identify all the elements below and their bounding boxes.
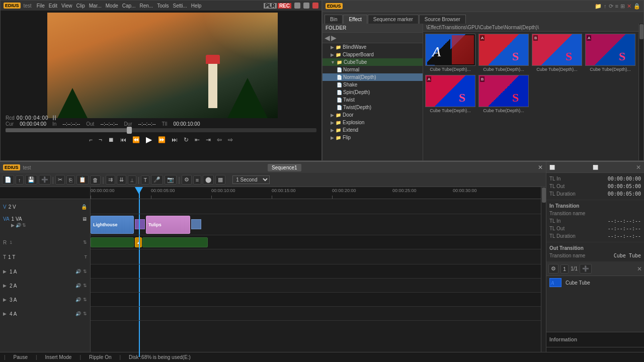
tl-output-btn[interactable]: ▦ bbox=[215, 175, 225, 185]
folder-item-twist-depth[interactable]: 📄 Twist(Depth) bbox=[323, 104, 423, 111]
effects-scrollbar[interactable] bbox=[638, 24, 643, 160]
track-mute-4a[interactable]: 🔊 bbox=[75, 311, 81, 316]
track-arrows-1a[interactable]: ⇅ bbox=[83, 269, 87, 274]
track-monitor-1va[interactable]: 🖥 bbox=[82, 216, 87, 222]
menu-mode[interactable]: Mode bbox=[106, 3, 118, 9]
tab-sequence-marker[interactable]: Sequence marker bbox=[368, 15, 419, 24]
menu-help[interactable]: Help bbox=[191, 3, 202, 9]
folder-item-flip[interactable]: ▶ 📁 Flip bbox=[323, 134, 423, 141]
track-mute-1a[interactable]: 🔊 bbox=[75, 269, 81, 274]
tl-split-btn[interactable]: ⟂ bbox=[128, 175, 136, 185]
tl-paste-btn[interactable]: 📋 bbox=[76, 175, 89, 185]
lock-icon-2v[interactable]: 🔒 bbox=[81, 204, 87, 210]
menu-tools[interactable]: Tools bbox=[157, 3, 169, 9]
clip-thumb1[interactable] bbox=[135, 219, 145, 229]
track-expand-2a[interactable]: ▶ bbox=[3, 283, 7, 288]
menu-view[interactable]: View bbox=[61, 3, 72, 9]
rewind-button[interactable]: ⏮ bbox=[119, 135, 127, 144]
menu-clip[interactable]: Clip bbox=[76, 3, 85, 9]
track-arrows-3a[interactable]: ⇅ bbox=[83, 297, 87, 302]
tl-normalize-btn[interactable]: ⚙ bbox=[182, 175, 192, 185]
prev-mark-button[interactable]: ⇤ bbox=[194, 135, 201, 144]
effects-scrollbar-thumb[interactable] bbox=[639, 24, 643, 39]
tl-mix-btn[interactable]: ≡ bbox=[193, 175, 201, 185]
folder-icon-toolbar[interactable]: 📁 bbox=[595, 3, 602, 10]
preview-menu[interactable]: File Edit View Clip Mar... Mode Cap... R… bbox=[37, 3, 202, 9]
folder-item-shake[interactable]: 📄 Shake bbox=[323, 81, 423, 88]
loop-button[interactable]: ↻ bbox=[183, 135, 190, 144]
track-arrows-4a[interactable]: ⇅ bbox=[83, 311, 87, 316]
clip-thumb2[interactable] bbox=[191, 219, 201, 229]
folder-item-spin[interactable]: 📄 Spin(Depth) bbox=[323, 88, 423, 96]
folder-item-blindwave[interactable]: ▶ 📁 BlindWave bbox=[323, 43, 423, 51]
scrubber[interactable] bbox=[6, 128, 316, 132]
tl-new-btn[interactable]: 📄 bbox=[2, 175, 14, 185]
effects-toolbar-btn2[interactable]: ⊞ bbox=[620, 3, 625, 10]
refresh-toolbar[interactable]: ⟳ bbox=[609, 3, 613, 10]
timeline-scrollbar-v[interactable] bbox=[541, 187, 546, 357]
track-mute-3a[interactable]: 🔊 bbox=[75, 297, 81, 302]
track-t-btn[interactable]: T bbox=[85, 254, 88, 259]
menu-ren[interactable]: Ren... bbox=[139, 3, 153, 9]
folder-item-twist[interactable]: 📄 Twist bbox=[323, 96, 423, 104]
effects-lock-btn[interactable]: 🔒 bbox=[633, 3, 640, 10]
tl-color-btn[interactable]: ⬤ bbox=[203, 175, 214, 185]
effect-thumb-1[interactable]: A Cube Tube(Depth)... bbox=[425, 34, 475, 72]
stop-button[interactable]: ⏹ bbox=[107, 135, 115, 144]
tl-add-btn[interactable]: ➕ bbox=[39, 175, 51, 185]
folder-item-extend[interactable]: ▶ 📁 Extend bbox=[323, 126, 423, 134]
folder-item-explosion[interactable]: ▶ 📁 Explosion bbox=[323, 119, 423, 126]
scale-select[interactable]: 1 Second 5 Seconds bbox=[232, 175, 270, 184]
prev-edit-button[interactable]: ⇦ bbox=[216, 135, 223, 144]
effect-thumb-6[interactable]: B S Cube Tube(Depth)... bbox=[478, 75, 529, 113]
info-settings-btn[interactable]: ⚙ bbox=[548, 264, 558, 274]
minimize-button[interactable] bbox=[294, 3, 300, 9]
menu-cap[interactable]: Cap... bbox=[122, 3, 136, 9]
track-mute-2a[interactable]: 🔊 bbox=[75, 283, 81, 288]
playhead-arrow[interactable] bbox=[135, 187, 143, 194]
info-panel-close-button[interactable]: ✕ bbox=[636, 164, 641, 171]
tl-cut-btn[interactable]: ✂ bbox=[55, 175, 65, 185]
tab-bin[interactable]: Bin bbox=[325, 15, 343, 24]
fast-forward-button[interactable]: ⏭ bbox=[171, 135, 179, 144]
effect-thumb-5[interactable]: A S Cube Tube(Depth)... bbox=[425, 75, 475, 113]
effect-thumb-2[interactable]: A S Cube Tube(Depth)... bbox=[478, 34, 529, 72]
next-mark-button[interactable]: ⇥ bbox=[205, 135, 212, 144]
folder-nav-right[interactable]: ▶ bbox=[331, 34, 337, 42]
tl-text-btn[interactable]: T bbox=[141, 175, 149, 185]
pause-button[interactable]: ⏸ bbox=[51, 114, 58, 122]
timeline-scrollbar-thumb[interactable] bbox=[542, 188, 546, 203]
tl-delete-btn[interactable]: 🗑 bbox=[90, 175, 101, 185]
menu-settings[interactable]: Setti... bbox=[173, 3, 187, 9]
effects-toolbar-btn1[interactable]: ≡ bbox=[615, 3, 618, 9]
step-forward-button[interactable]: ⏩ bbox=[157, 135, 167, 144]
tab-effect[interactable]: Effect bbox=[343, 15, 367, 24]
effects-close-btn[interactable]: ✕ bbox=[627, 3, 631, 10]
info-add-btn[interactable]: ➕ bbox=[580, 264, 592, 274]
info-num-btn[interactable]: 1 bbox=[560, 264, 569, 274]
track-expand-4a[interactable]: ▶ bbox=[3, 311, 7, 316]
track-arrows-2a[interactable]: ⇅ bbox=[83, 283, 87, 288]
effect-thumb-3[interactable]: B S Cube Tube(Depth)... bbox=[532, 34, 582, 72]
folder-item-door[interactable]: ▶ 📁 Door bbox=[323, 111, 423, 119]
play-button[interactable]: ▶ bbox=[145, 134, 153, 145]
effect-thumb-4[interactable]: A S Cube Tube(Depth)... bbox=[585, 34, 635, 72]
folder-item-cubetube[interactable]: ▼ 📁 CubeTube bbox=[323, 58, 423, 66]
tl-mic-btn[interactable]: 🎤 bbox=[151, 175, 163, 185]
track-expand-3a[interactable]: ▶ bbox=[3, 297, 7, 302]
next-edit-button[interactable]: ⇨ bbox=[227, 135, 234, 144]
mark-in-button[interactable]: ⌐ bbox=[88, 135, 94, 144]
timeline-close-button[interactable]: ✕ bbox=[538, 164, 543, 171]
track-r-arrows[interactable]: ⇅ bbox=[83, 240, 87, 245]
tl-open-btn[interactable]: ↑ bbox=[16, 175, 24, 185]
folder-item-clapperboard[interactable]: ▶ 📁 ClapperBoard bbox=[323, 51, 423, 58]
track-arrows-1va[interactable]: ⇅ bbox=[22, 223, 26, 228]
folder-item-normal-depth[interactable]: 📄 Normal(Depth) bbox=[323, 73, 423, 81]
tl-cam-btn[interactable]: 📷 bbox=[165, 175, 177, 185]
track-expand-1va[interactable]: ▶ bbox=[11, 223, 15, 228]
folder-nav-left[interactable]: ◀ bbox=[325, 34, 330, 42]
info-toolbar-close[interactable]: ✕ bbox=[637, 265, 642, 273]
track-mute-1va[interactable]: 🔊 bbox=[16, 223, 21, 228]
menu-file[interactable]: File bbox=[37, 3, 45, 9]
tl-save-btn[interactable]: 💾 bbox=[25, 175, 37, 185]
